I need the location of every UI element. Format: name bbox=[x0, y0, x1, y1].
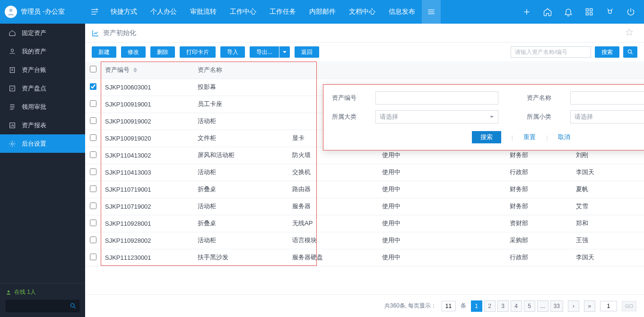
cell-code: SJKP100919002 bbox=[101, 113, 194, 130]
page-number-button[interactable]: 3 bbox=[497, 300, 509, 312]
col-name[interactable]: 资产名称 bbox=[194, 62, 288, 79]
add-icon[interactable] bbox=[517, 0, 536, 24]
pop-cat2-select[interactable]: 请选择 bbox=[570, 110, 644, 123]
pop-search-button[interactable]: 搜索 bbox=[472, 131, 501, 143]
page-size-input[interactable] bbox=[442, 301, 456, 311]
go-button[interactable]: GO bbox=[622, 301, 636, 311]
top-nav-item[interactable]: 信息发布 bbox=[382, 0, 422, 24]
top-nav-item[interactable]: 审批流转 bbox=[183, 0, 223, 24]
search-button[interactable]: 搜索 bbox=[595, 46, 619, 58]
sidebar-item[interactable]: 资产盘点 bbox=[0, 79, 85, 97]
row-checkbox[interactable] bbox=[90, 203, 96, 209]
top-nav-item[interactable]: 文档中心 bbox=[342, 0, 382, 24]
power-icon[interactable] bbox=[621, 0, 640, 24]
user-icon bbox=[9, 48, 16, 55]
edit-button[interactable]: 修改 bbox=[121, 46, 146, 58]
table-row[interactable]: SJKP110413003活动柜交换机使用中行政部李国天 bbox=[85, 164, 644, 181]
top-icon-bar bbox=[517, 0, 644, 24]
svg-rect-2 bbox=[590, 9, 592, 11]
cell-c3: 交换机 bbox=[288, 164, 378, 181]
sidebar-item[interactable]: 后台设置 bbox=[0, 134, 85, 153]
top-nav-more-button[interactable] bbox=[422, 0, 441, 24]
cell-code: SJKP100919020 bbox=[101, 130, 194, 147]
table-row[interactable]: SJKP111230001扶手黑沙发服务器硬盘使用中行政部李国天 bbox=[85, 249, 644, 266]
sort-icon bbox=[133, 67, 137, 73]
bell-icon[interactable] bbox=[559, 0, 578, 24]
top-nav-item[interactable]: 内部邮件 bbox=[303, 0, 342, 24]
next-page-button[interactable]: › bbox=[568, 300, 579, 312]
top-nav-item[interactable]: 工作任务 bbox=[263, 0, 303, 24]
cell-status: 使用中 bbox=[378, 181, 506, 198]
table-row[interactable]: SJKP110719001折叠桌路由器使用中财务部夏帆 bbox=[85, 181, 644, 198]
row-checkbox[interactable] bbox=[90, 237, 96, 243]
import-button[interactable]: 导入 bbox=[220, 46, 245, 58]
top-nav: 快捷方式个人办公审批流转工作中心工作任务内部邮件文档中心信息发布 bbox=[104, 0, 422, 24]
row-checkbox[interactable] bbox=[90, 254, 96, 260]
table-row[interactable]: SJKP110928001折叠桌无线AP使用中资财部郑和 bbox=[85, 215, 644, 232]
pop-cancel-button[interactable]: 取消 bbox=[558, 133, 570, 141]
print-button[interactable]: 打印卡片 bbox=[180, 46, 216, 58]
sidebar-item[interactable]: 资产报表 bbox=[0, 116, 85, 134]
table-row[interactable]: SJKP110719002活动柜服务器使用中财务部艾雪 bbox=[85, 198, 644, 215]
export-caret[interactable] bbox=[279, 46, 290, 58]
cell-name: 折叠桌 bbox=[194, 181, 288, 198]
page-number-button[interactable]: ... bbox=[537, 300, 548, 312]
pop-reset-button[interactable]: 重置 bbox=[523, 133, 536, 141]
page-number-button[interactable]: 5 bbox=[524, 300, 535, 312]
new-button[interactable]: 新建 bbox=[92, 46, 116, 58]
page-number-button[interactable]: 4 bbox=[511, 300, 522, 312]
cell-name: 活动柜 bbox=[194, 232, 288, 249]
sidebar-item[interactable]: 固定资产 bbox=[0, 24, 85, 42]
cell-person: 郑和 bbox=[572, 215, 644, 232]
apps-icon[interactable] bbox=[580, 0, 599, 24]
cell-c3: 路由器 bbox=[288, 181, 378, 198]
approval-icon bbox=[9, 103, 16, 111]
ledger-icon bbox=[9, 66, 16, 74]
page-number-button[interactable]: 1 bbox=[471, 300, 482, 312]
favorite-button[interactable] bbox=[625, 28, 637, 38]
total-label: 共360条, 每页显示： bbox=[384, 302, 437, 310]
top-nav-item[interactable]: 工作中心 bbox=[223, 0, 263, 24]
sidebar-item-label: 资产盘点 bbox=[22, 84, 46, 93]
search-icon-button[interactable] bbox=[623, 46, 637, 58]
top-nav-item[interactable]: 个人办公 bbox=[144, 0, 183, 24]
row-checkbox[interactable] bbox=[90, 134, 96, 141]
home-icon[interactable] bbox=[538, 0, 557, 24]
sidebar-item[interactable]: 我的资产 bbox=[0, 42, 85, 61]
select-all-checkbox[interactable] bbox=[90, 66, 96, 72]
row-checkbox[interactable] bbox=[90, 83, 96, 90]
back-button[interactable]: 返回 bbox=[295, 46, 319, 58]
search-input[interactable] bbox=[511, 46, 591, 58]
cell-name: 活动柜 bbox=[194, 164, 288, 181]
top-nav-item[interactable]: 快捷方式 bbox=[104, 0, 144, 24]
pop-code-input[interactable] bbox=[375, 91, 498, 105]
user-name: 管理员 -办公室 bbox=[21, 8, 65, 16]
row-checkbox[interactable] bbox=[90, 151, 96, 158]
row-checkbox[interactable] bbox=[90, 168, 96, 175]
pop-cat1-select[interactable]: 请选择 bbox=[375, 110, 498, 123]
pop-name-input[interactable] bbox=[570, 91, 644, 105]
sidebar-search-input[interactable] bbox=[6, 300, 79, 312]
go-page-input[interactable] bbox=[600, 301, 617, 311]
col-person bbox=[572, 62, 644, 79]
row-checkbox[interactable] bbox=[90, 100, 96, 107]
delete-button[interactable]: 删除 bbox=[150, 46, 175, 58]
col-code[interactable]: 资产编号 bbox=[101, 62, 194, 79]
sidebar-search[interactable] bbox=[6, 300, 79, 312]
sidebar-item[interactable]: 领用审批 bbox=[0, 97, 85, 116]
table-row[interactable]: SJKP110928002活动柜语言模块使用中采购部王强 bbox=[85, 232, 644, 249]
export-split-button[interactable]: 导出... bbox=[250, 46, 290, 58]
row-checkbox[interactable] bbox=[90, 185, 96, 192]
sidebar-item[interactable]: 资产台账 bbox=[0, 61, 85, 79]
collapse-menu-button[interactable] bbox=[85, 0, 104, 24]
page-number-button[interactable]: 2 bbox=[484, 300, 496, 312]
export-button[interactable]: 导出... bbox=[250, 46, 279, 58]
user-block[interactable]: 管理员 -办公室 bbox=[0, 6, 85, 18]
sidebar-item-label: 资产报表 bbox=[22, 121, 46, 130]
page-number-button[interactable]: 33 bbox=[550, 300, 563, 312]
sidebar-item-label: 后台设置 bbox=[22, 140, 46, 148]
row-checkbox[interactable] bbox=[90, 220, 96, 226]
last-page-button[interactable]: » bbox=[584, 300, 595, 312]
row-checkbox[interactable] bbox=[90, 117, 96, 124]
theme-icon[interactable] bbox=[600, 0, 619, 24]
